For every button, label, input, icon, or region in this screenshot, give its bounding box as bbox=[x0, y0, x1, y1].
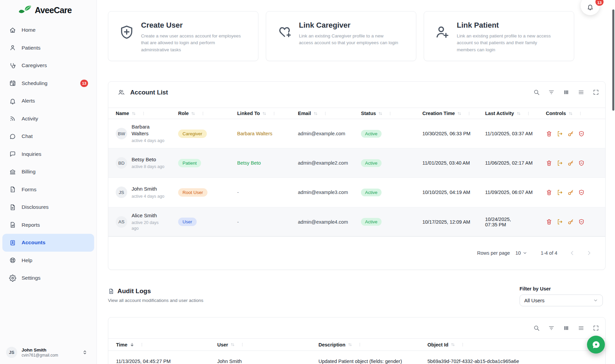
delete-account-icon[interactable] bbox=[546, 131, 552, 137]
sidebar-item-inquiries[interactable]: Inquiries bbox=[2, 145, 94, 163]
user-filter-select[interactable]: All Users bbox=[520, 295, 603, 306]
leaf-logo-icon bbox=[18, 4, 32, 16]
column-menu-icon[interactable] bbox=[358, 342, 362, 347]
column-header-last-activity[interactable]: Last Activity bbox=[485, 111, 546, 116]
reset-password-key-icon[interactable] bbox=[567, 189, 574, 196]
column-menu-icon[interactable] bbox=[240, 342, 245, 347]
reset-password-key-icon[interactable] bbox=[567, 160, 574, 166]
sidebar-item-patients[interactable]: Patients bbox=[2, 39, 94, 57]
page-scrollbar-thumb[interactable] bbox=[612, 9, 614, 111]
chat-fab-button[interactable] bbox=[587, 336, 605, 354]
block-account-shield-icon[interactable] bbox=[578, 160, 585, 166]
filter-icon[interactable] bbox=[548, 325, 555, 331]
create-user-card[interactable]: Create User Create a new user access acc… bbox=[108, 11, 258, 61]
avatar: BD bbox=[116, 157, 127, 169]
logout-sessions-icon[interactable] bbox=[557, 160, 563, 166]
row-controls bbox=[546, 219, 602, 225]
sidebar-item-alerts[interactable]: Alerts bbox=[2, 92, 94, 110]
sidebar-item-forms[interactable]: Forms bbox=[2, 181, 94, 199]
density-icon[interactable] bbox=[578, 325, 584, 331]
column-header-status[interactable]: Status bbox=[361, 111, 422, 116]
audit-log-row[interactable]: 11/13/2025, 04:45:27 PM John Smith Updat… bbox=[108, 351, 605, 364]
sidebar-item-home[interactable]: Home bbox=[2, 21, 94, 39]
gear-icon bbox=[9, 275, 16, 282]
sidebar-item-help[interactable]: Help bbox=[2, 252, 94, 270]
sidebar-item-scheduling[interactable]: Scheduling13 bbox=[2, 75, 94, 92]
delete-account-icon[interactable] bbox=[546, 189, 552, 196]
column-menu-icon[interactable] bbox=[578, 111, 583, 116]
delete-account-icon[interactable] bbox=[546, 219, 552, 225]
column-header-name[interactable]: Name bbox=[116, 111, 178, 116]
column-menu-icon[interactable] bbox=[272, 111, 276, 116]
column-menu-icon[interactable] bbox=[460, 342, 465, 347]
sort-icon bbox=[516, 111, 521, 116]
link-caregiver-card[interactable]: Link Caregiver Link an existing Caregive… bbox=[266, 11, 416, 61]
filter-icon[interactable] bbox=[548, 89, 555, 95]
delete-account-icon[interactable] bbox=[546, 160, 552, 166]
sidebar-item-reports[interactable]: Reports bbox=[2, 216, 94, 234]
people-icon bbox=[118, 89, 125, 96]
sidebar-item-settings[interactable]: Settings bbox=[2, 269, 94, 287]
column-menu-icon[interactable] bbox=[323, 111, 328, 116]
sidebar-item-billing[interactable]: Billing bbox=[2, 163, 94, 181]
link-patient-card[interactable]: Link Patient Link an existing patient pr… bbox=[424, 11, 574, 61]
person-plus-icon bbox=[435, 24, 450, 39]
sidebar-item-accounts[interactable]: Accounts bbox=[2, 234, 94, 252]
account-activity: active 4 days ago bbox=[132, 138, 164, 144]
logout-sessions-icon[interactable] bbox=[557, 219, 563, 225]
search-icon[interactable] bbox=[533, 89, 540, 95]
table-row[interactable]: BWBarbara Waltersactive 4 days ago Careg… bbox=[108, 119, 605, 148]
account-activity: active 20 days ago bbox=[132, 220, 167, 231]
heart-plus-icon bbox=[277, 24, 292, 39]
density-icon[interactable] bbox=[578, 89, 584, 95]
search-icon[interactable] bbox=[533, 325, 540, 331]
columns-icon[interactable] bbox=[563, 89, 569, 95]
block-account-shield-icon[interactable] bbox=[578, 219, 585, 225]
fullscreen-icon[interactable] bbox=[593, 89, 599, 95]
logout-sessions-icon[interactable] bbox=[557, 131, 563, 137]
column-menu-icon[interactable] bbox=[141, 111, 146, 116]
logout-sessions-icon[interactable] bbox=[557, 189, 563, 196]
sidebar-item-disclosures[interactable]: Disclosures bbox=[2, 198, 94, 216]
column-menu-icon[interactable] bbox=[467, 111, 471, 116]
fullscreen-icon[interactable] bbox=[593, 325, 599, 331]
sidebar-item-activity[interactable]: Activity bbox=[2, 110, 94, 128]
column-header-controls[interactable]: Controls bbox=[546, 111, 602, 116]
linked-to-link[interactable]: Barbara Walters bbox=[237, 131, 272, 136]
card-description: Link an existing Caregiver profile to a … bbox=[299, 33, 399, 47]
columns-icon[interactable] bbox=[563, 325, 569, 331]
person-icon bbox=[9, 44, 16, 51]
table-row[interactable]: BDBetsy Betoactive 8 days ago Patient Be… bbox=[108, 148, 605, 178]
account-list-panel: Account List Name Role Linked To Email S… bbox=[108, 81, 606, 270]
column-menu-icon[interactable] bbox=[201, 111, 205, 116]
column-header-linked-to[interactable]: Linked To bbox=[237, 111, 298, 116]
rows-per-page-select[interactable]: 10 bbox=[515, 250, 527, 256]
current-user-menu[interactable]: JS John Smith cvin761@gmail.com bbox=[0, 344, 96, 361]
sidebar-item-caregivers[interactable]: Caregivers bbox=[2, 57, 94, 75]
block-account-shield-icon[interactable] bbox=[578, 131, 585, 137]
column-menu-icon[interactable] bbox=[526, 111, 531, 116]
avatar: BW bbox=[116, 128, 127, 139]
table-row[interactable]: ASAlice Smithactive 20 days ago User - a… bbox=[108, 207, 605, 237]
column-header-description[interactable]: Description bbox=[318, 342, 427, 347]
sidebar-item-chat[interactable]: Chat bbox=[2, 128, 94, 145]
previous-page-icon[interactable] bbox=[569, 250, 576, 256]
column-menu-icon[interactable] bbox=[140, 342, 144, 347]
column-header-role[interactable]: Role bbox=[178, 111, 237, 116]
reset-password-key-icon[interactable] bbox=[567, 219, 574, 225]
sort-icon bbox=[230, 342, 235, 347]
linked-to-link[interactable]: Betsy Beto bbox=[237, 160, 261, 166]
block-account-shield-icon[interactable] bbox=[578, 189, 585, 196]
column-header-object-id[interactable]: Object Id bbox=[427, 342, 605, 347]
next-page-icon[interactable] bbox=[586, 250, 592, 256]
column-header-user[interactable]: User bbox=[217, 342, 318, 347]
table-row[interactable]: JSJohn Smithactive 4 days ago Root User … bbox=[108, 178, 605, 207]
column-header-time[interactable]: Time bbox=[116, 342, 217, 347]
column-header-email[interactable]: Email bbox=[298, 111, 361, 116]
creation-time: 10/17/2025, 12:09 AM bbox=[422, 219, 485, 225]
column-header-creation-time[interactable]: Creation Time bbox=[422, 111, 485, 116]
sidebar-item-label: Disclosures bbox=[22, 204, 49, 210]
column-menu-icon[interactable] bbox=[388, 111, 392, 116]
reset-password-key-icon[interactable] bbox=[567, 131, 574, 137]
avatar: AS bbox=[116, 216, 127, 228]
